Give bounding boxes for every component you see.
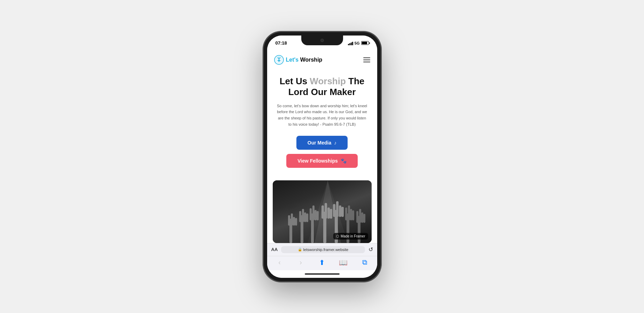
svg-rect-41 [359,209,361,223]
svg-point-6 [278,58,280,59]
svg-rect-30 [333,204,335,217]
screen-content[interactable]: Let's Worship Let Us Worship TheLord Our… [267,51,377,243]
hamburger-line-3 [363,62,370,62]
hamburger-button[interactable] [363,57,370,62]
paw-icon: 🐾 [341,158,347,164]
hamburger-line-1 [363,57,370,58]
safari-nav: ‹ › ⬆ 📖 ⧉ [267,256,377,270]
forward-button[interactable]: › [294,258,308,266]
nav-logo: Let's Worship [274,55,323,65]
svg-rect-18 [306,213,308,222]
logo-text: Let's Worship [286,57,323,63]
svg-rect-31 [336,201,339,217]
logo-worship-text: Worship [300,57,323,63]
svg-rect-10 [288,215,290,226]
lock-icon: 🔒 [298,248,302,251]
svg-rect-26 [325,203,327,219]
svg-rect-12 [293,217,295,226]
view-fellowships-button[interactable]: View Fellowships 🐾 [286,154,358,168]
hero-section: Let Us Worship TheLord Our Maker So come… [267,68,377,181]
share-button[interactable]: ⬆ [315,258,329,267]
svg-rect-35 [345,208,347,220]
home-bar [305,273,340,275]
tabs-icon: ⧉ [362,258,367,266]
music-icon: ♪ [334,140,336,146]
status-5g: 5G [355,41,360,45]
back-icon: ‹ [278,258,281,266]
signal-bar-2 [349,43,350,45]
svg-rect-16 [302,209,304,222]
svg-rect-17 [304,212,306,222]
notch-camera [320,39,324,42]
battery-fill [362,42,367,44]
svg-rect-36 [348,205,350,220]
hero-title: Let Us Worship TheLord Our Maker [274,76,370,97]
phone-screen: 07:18 5G [267,36,377,278]
svg-rect-21 [312,205,315,220]
status-bar: 07:18 5G [267,36,377,51]
signal-bar-3 [351,42,352,45]
svg-rect-11 [291,213,293,226]
svg-rect-27 [327,208,330,219]
svg-rect-40 [356,211,358,223]
svg-rect-15 [299,211,301,222]
share-icon: ⬆ [319,258,325,267]
browser-aa[interactable]: AA [271,247,278,252]
svg-rect-28 [330,209,332,219]
status-time: 07:18 [276,40,287,46]
reload-button[interactable]: ↺ [368,246,373,253]
logo-lets: Let's [286,57,299,63]
framer-icon: ⬡ [336,234,339,238]
signal-bar-4 [352,42,353,45]
svg-rect-22 [315,210,317,220]
worship-image-bg: ⬡ Made in Framer [273,180,372,243]
hamburger-line-2 [363,60,370,60]
svg-rect-43 [363,214,365,223]
notch [301,36,343,45]
url-text: letsworship.framer.website [303,248,349,252]
svg-rect-33 [341,207,344,217]
our-media-button[interactable]: Our Media ♪ [296,136,348,150]
bookmarks-icon: 📖 [339,258,348,267]
home-indicator [267,270,377,278]
svg-rect-25 [321,205,324,219]
svg-rect-37 [350,209,352,220]
svg-rect-23 [317,211,319,220]
title-worship: Worship [310,76,346,86]
svg-rect-13 [295,218,297,226]
hero-verse: So come, let's bow down and worship him;… [274,103,370,127]
btn-media-label: Our Media [308,140,331,146]
title-let-us: Let Us [280,76,310,86]
signal-bars [348,41,353,45]
signal-bar-1 [348,44,349,45]
battery [361,41,369,45]
svg-rect-38 [352,210,354,220]
btn-fellowships-label: View Fellowships [297,158,338,164]
back-button[interactable]: ‹ [273,258,287,266]
worship-image-container: ⬡ Made in Framer [273,180,372,243]
tabs-button[interactable]: ⧉ [358,258,372,266]
phone-wrapper: 07:18 5G [263,31,381,282]
framer-badge: ⬡ Made in Framer [333,233,368,240]
framer-label: Made in Framer [341,234,365,238]
forward-icon: › [300,258,302,266]
status-icons: 5G [348,41,369,45]
bookmarks-button[interactable]: 📖 [336,258,350,267]
svg-rect-32 [339,205,341,217]
svg-rect-42 [361,212,363,223]
browser-bar: AA 🔒 letsworship.framer.website ↺ [267,243,377,256]
logo-icon [274,55,284,65]
nav-bar: Let's Worship [267,51,377,68]
svg-rect-20 [310,208,312,220]
browser-url-bar[interactable]: 🔒 letsworship.framer.website [281,246,365,253]
